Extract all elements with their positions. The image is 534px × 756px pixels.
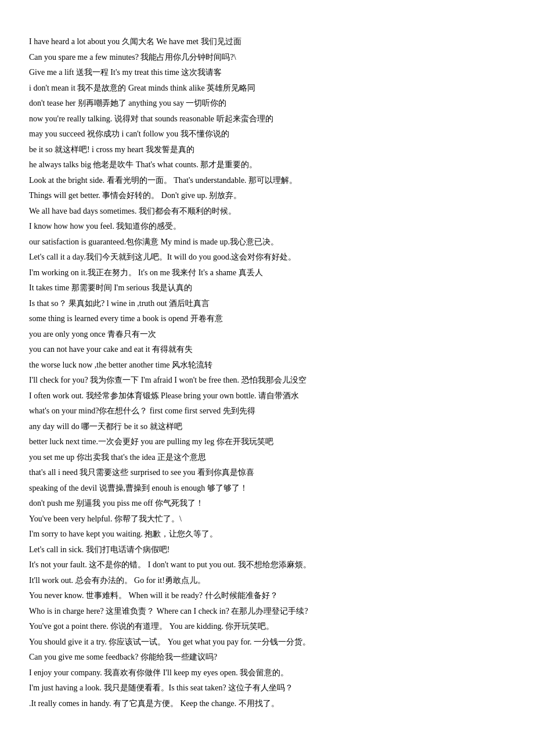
text-line: Is that so？ 果真如此? l wine in ,truth out 酒… <box>29 297 511 311</box>
text-line: i don't mean it 我不是故意的 Great minds think… <box>29 81 511 96</box>
main-content: I have heard a lot about you 久闻大名 We hav… <box>29 35 511 711</box>
text-line: the worse luck now ,the better another t… <box>29 358 511 373</box>
text-line: you can not have your cake and eat it 有得… <box>29 343 511 357</box>
text-line: may you succeed 祝你成功 i can't follow you … <box>29 127 511 142</box>
text-line: It's not your fault. 这不是你的错。 I don't wan… <box>29 558 511 573</box>
text-line: Let's call in sick. 我们打电话请个病假吧! <box>29 543 511 557</box>
text-line: I have heard a lot about you 久闻大名 We hav… <box>29 35 511 49</box>
text-line: You've got a point there. 你说的有道理。 You ar… <box>29 620 511 634</box>
text-line: I'm just having a look. 我只是随便看看。Is this … <box>29 681 511 696</box>
text-line: .It really comes in handy. 有了它真是方便。 Keep… <box>29 697 511 711</box>
text-line: You've been very helpful. 你帮了我大忙了。\ <box>29 512 511 527</box>
text-line: don't push me 别逼我 you piss me off 你气死我了！ <box>29 496 511 511</box>
text-line: our satisfaction is guaranteed.包你满意 My m… <box>29 235 511 250</box>
text-line: I'm sorry to have kept you waiting. 抱歉，让… <box>29 527 511 542</box>
text-line: what's on your mind?你在想什么？ first come fi… <box>29 404 511 419</box>
text-line: that's all i need 我只需要这些 surprised to se… <box>29 466 511 480</box>
text-line: Can you give me some feedback? 你能给我一些建议吗… <box>29 650 511 665</box>
text-line: better luck next time.一次会更好 you are pull… <box>29 435 511 449</box>
text-line: I often work out. 我经常参加体育锻炼 Please bring… <box>29 389 511 404</box>
text-line: Things will get better. 事情会好转的。 Don't gi… <box>29 189 511 203</box>
text-line: You never know. 世事难料。 When will it be re… <box>29 589 511 603</box>
text-line: you are only yong once 青春只有一次 <box>29 327 511 342</box>
text-line: be it so 就这样吧! i cross my heart 我发誓是真的 <box>29 143 511 157</box>
text-line: some thing is learned every time a book … <box>29 312 511 326</box>
text-line: speaking of the devil 说曹操,曹操到 enouh is e… <box>29 481 511 496</box>
text-line: you set me up 你出卖我 that's the idea 正是这个意… <box>29 451 511 465</box>
text-line: It'll work out. 总会有办法的。 Go for it!勇敢点儿。 <box>29 574 511 588</box>
text-line: I enjoy your company. 我喜欢有你做伴 I'll keep … <box>29 666 511 681</box>
text-line: Give me a lift 送我一程 It's my treat this t… <box>29 66 511 80</box>
text-line: Can you spare me a few minutes? 我能占用你几分钟… <box>29 51 511 65</box>
text-line: don't tease her 别再嘲弄她了 anything you say … <box>29 96 511 111</box>
text-line: It takes time 那需要时间 I'm serious 我是认真的 <box>29 281 511 296</box>
text-line: I know how how you feel. 我知道你的感受。 <box>29 219 511 234</box>
text-line: any day will do 哪一天都行 be it so 就这样吧 <box>29 420 511 434</box>
text-line: I'll check for you? 我为你查一下 I'm afraid I … <box>29 373 511 388</box>
text-line: You should give it a try. 你应该试一试。 You ge… <box>29 635 511 650</box>
text-line: now you're really talking. 说得对 that soun… <box>29 112 511 127</box>
text-line: We all have bad days sometimes. 我们都会有不顺利… <box>29 204 511 219</box>
text-line: I'm working on it.我正在努力。 It's on me 我来付 … <box>29 266 511 280</box>
text-line: Who is in charge here? 这里谁负责？ Where can … <box>29 604 511 619</box>
text-line: he always talks big 他老是吹牛 That's what co… <box>29 158 511 172</box>
text-line: Let's call it a day.我们今天就到这儿吧。It will do… <box>29 250 511 265</box>
text-line: Look at the bright side. 看看光明的一面。 That's… <box>29 174 511 188</box>
